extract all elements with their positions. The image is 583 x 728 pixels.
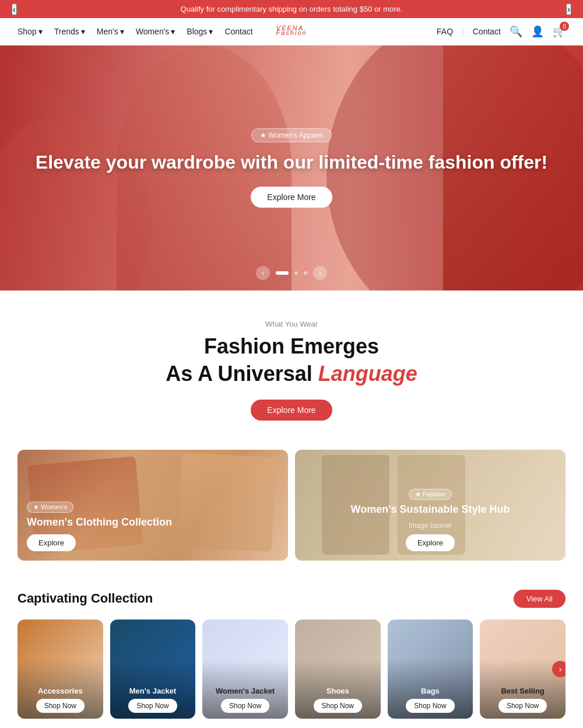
womens-chevron: ▾ xyxy=(171,27,175,36)
blogs-chevron: ▾ xyxy=(209,27,213,36)
banner-next-arrow[interactable]: › xyxy=(566,4,571,15)
card-label: Accessories xyxy=(17,687,103,695)
slider-dot-2[interactable] xyxy=(294,271,298,275)
collection-section: Captivating Collection View All Accessor… xyxy=(0,572,583,728)
banner-card-left-content: ★ Women's Women's Clothing Collection Ex… xyxy=(27,501,172,551)
fashion-heading: Fashion Emerges As A Universal Language xyxy=(12,333,571,388)
fashion-heading-line2-normal: As A Universal xyxy=(166,362,312,386)
card-content: Bags Shop Now xyxy=(388,687,473,713)
collection-card-shoes: Shoes Shop Now xyxy=(295,620,381,719)
logo-sub: Fashion xyxy=(276,29,307,36)
nav-divider: | xyxy=(462,27,464,36)
card-content: Best Selling Shop Now xyxy=(480,687,566,713)
fashion-heading-highlight: Language xyxy=(318,362,417,386)
fashion-heading-line1: Fashion Emerges xyxy=(204,334,379,358)
shop-now-mens-jacket[interactable]: Shop Now xyxy=(128,699,177,713)
mens-chevron: ▾ xyxy=(120,27,124,36)
search-icon[interactable]: 🔍 xyxy=(510,25,522,38)
hero-title: Elevate your wardrobe with our limited-t… xyxy=(36,150,547,175)
shop-now-shoes[interactable]: Shop Now xyxy=(314,699,362,713)
nav-trends[interactable]: Trends ▾ xyxy=(54,27,85,36)
site-logo[interactable]: VEENA. Fashion xyxy=(276,27,307,36)
card-content: Shoes Shop Now xyxy=(295,687,381,713)
slider-next[interactable]: › xyxy=(313,266,327,280)
nav-faq[interactable]: FAQ xyxy=(437,27,453,36)
banner-decor-right xyxy=(177,453,277,552)
collection-header: Captivating Collection View All xyxy=(17,590,566,608)
collection-card-accessories: Accessories Shop Now xyxy=(17,620,103,719)
collection-card-womens-jacket: Women's Jacket Shop Now xyxy=(202,620,288,719)
banner-text: Qualify for complimentary shipping on or… xyxy=(181,5,403,13)
shop-now-womens-jacket[interactable]: Shop Now xyxy=(221,699,269,713)
nav-blogs[interactable]: Blogs ▾ xyxy=(187,27,213,36)
card-content: Accessories Shop Now xyxy=(17,687,103,713)
card-label: Women's Jacket xyxy=(202,687,288,695)
card-content: Women's Jacket Shop Now xyxy=(202,687,288,713)
shop-chevron: ▾ xyxy=(38,27,43,36)
nav-shop[interactable]: Shop ▾ xyxy=(17,27,43,36)
card-label: Bags xyxy=(388,687,473,695)
collection-title: Captivating Collection xyxy=(17,591,153,606)
collection-card-bags: Bags Shop Now xyxy=(388,620,473,719)
slider-dot-3[interactable] xyxy=(304,271,307,275)
banner-card-right-content: ★ Fashion Women's Sustainable Style Hub … xyxy=(304,488,556,551)
banner-card-left-button[interactable]: Explore xyxy=(27,534,76,551)
fashion-section: What You Wear Fashion Emerges As A Unive… xyxy=(0,290,583,438)
fashion-explore-button[interactable]: Explore More xyxy=(251,400,332,421)
collection-next-button[interactable]: › xyxy=(552,661,566,677)
nav-mens[interactable]: Men's ▾ xyxy=(97,27,124,36)
collection-grid: Accessories Shop Now Men's Jacket Shop N… xyxy=(17,620,566,719)
banner-card-left-badge: ★ Women's xyxy=(27,502,73,513)
nav-womens[interactable]: Women's ▾ xyxy=(136,27,175,36)
card-label: Best Selling xyxy=(480,687,566,695)
hero-badge: Women's Apparel xyxy=(251,128,332,142)
account-icon[interactable]: 👤 xyxy=(531,25,544,38)
header: Shop ▾ Trends ▾ Men's ▾ Women's ▾ Blogs … xyxy=(0,18,583,46)
banner-card-left-title: Women's Clothing Collection xyxy=(27,516,172,528)
card-content: Men's Jacket Shop Now xyxy=(110,687,196,713)
banner-card-right-button[interactable]: Explore xyxy=(406,534,455,551)
cart-badge: 0 xyxy=(560,22,569,31)
top-banner: ‹ Qualify for complimentary shipping on … xyxy=(0,0,583,18)
collection-card-mens-jacket: Men's Jacket Shop Now xyxy=(110,620,196,719)
collection-view-all[interactable]: View All xyxy=(514,590,566,608)
hero-explore-button[interactable]: Explore More xyxy=(251,187,332,208)
shop-now-accessories[interactable]: Shop Now xyxy=(36,699,85,713)
card-label: Men's Jacket xyxy=(110,687,196,695)
shop-now-best-selling[interactable]: Shop Now xyxy=(498,699,547,713)
slider-controls: ‹ › xyxy=(256,266,327,280)
slider-prev[interactable]: ‹ xyxy=(256,266,270,280)
nav-contact-right[interactable]: Contact xyxy=(473,27,501,36)
banner-card-right-badge: ★ Fashion xyxy=(409,489,452,500)
nav-right: FAQ | Contact 🔍 👤 🛒 0 xyxy=(437,25,566,38)
hero-content: Women's Apparel Elevate your wardrobe wi… xyxy=(24,117,559,219)
banner-cards-row: ★ Women's Women's Clothing Collection Ex… xyxy=(0,438,583,572)
trends-chevron: ▾ xyxy=(81,27,85,36)
shop-now-bags[interactable]: Shop Now xyxy=(406,699,454,713)
banner-card-right-sub: Image banner xyxy=(304,522,556,530)
banner-card-right-title: Women's Sustainable Style Hub xyxy=(304,503,556,516)
nav-contact[interactable]: Contact xyxy=(224,27,252,36)
fashion-sublabel: What You Wear xyxy=(12,320,571,328)
hero-slider: Women's Apparel Elevate your wardrobe wi… xyxy=(0,46,583,290)
card-label: Shoes xyxy=(295,687,381,695)
banner-prev-arrow[interactable]: ‹ xyxy=(12,4,17,15)
cart-icon[interactable]: 🛒 0 xyxy=(553,25,566,38)
slider-dot-1[interactable] xyxy=(276,271,289,275)
banner-card-right: ★ Fashion Women's Sustainable Style Hub … xyxy=(295,450,566,561)
banner-card-left: ★ Women's Women's Clothing Collection Ex… xyxy=(17,450,288,561)
nav-left: Shop ▾ Trends ▾ Men's ▾ Women's ▾ Blogs … xyxy=(17,27,253,36)
